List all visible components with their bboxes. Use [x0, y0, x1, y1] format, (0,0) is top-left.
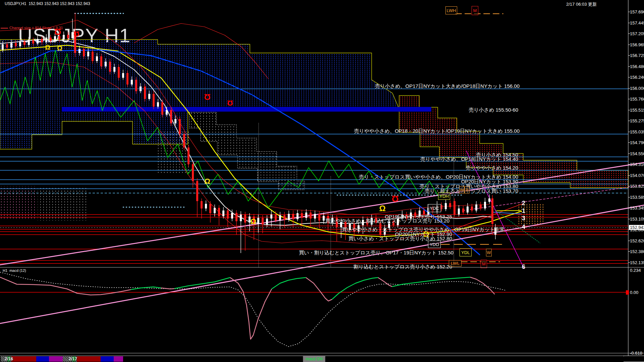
- current-price-label: 152.943: [629, 225, 644, 230]
- timeline-segment: [101, 356, 114, 362]
- timeline-segment: [36, 356, 49, 362]
- svg-text:Ω: Ω: [204, 93, 210, 102]
- price-axis-label: 152.135: [630, 260, 644, 265]
- channel-info-label: Channel size = 814 Slope = 9.31: [9, 26, 63, 30]
- price-axis-label: 156.480: [630, 64, 644, 69]
- price-axis-tick: [628, 99, 630, 99]
- timeline-segment: [11, 356, 36, 362]
- price-axis-tick: [628, 186, 630, 186]
- price-axis-label: 153.345: [630, 205, 644, 210]
- last-update-time: 2/17 06:03 更新: [566, 1, 597, 7]
- macd-zero-axis-marker: [626, 290, 629, 295]
- marker-box-lwl[interactable]: LWL: [449, 260, 462, 266]
- price-annotation: 売りやや小さめ、OP18日NYカット 154.40: [420, 156, 518, 163]
- marker-box-ydh[interactable]: YDH: [438, 192, 450, 200]
- svg-text:Ω: Ω: [57, 45, 62, 52]
- price-axis-tick: [628, 110, 630, 110]
- price-axis-label: 155.515: [630, 108, 644, 113]
- symbol-ohlc-readout: USDJPY,H1 152.943 152.943 152.943 152.94…: [5, 1, 90, 6]
- marker-box-m[interactable]: M: [472, 6, 478, 15]
- price-axis-label: 153.825: [630, 184, 644, 189]
- price-annotation: 売り小さめ 155.50-60: [469, 107, 518, 113]
- price-axis-label: 157.445: [630, 20, 644, 25]
- price-axis-tick: [628, 132, 630, 132]
- price-axis-tick: [628, 23, 630, 23]
- macd-axis-label: 0.00: [630, 290, 638, 295]
- price-axis-label: 155.035: [630, 129, 644, 134]
- price-axis-tick: [628, 241, 630, 241]
- chart-canvas[interactable]: ΩΩΩΩΩΩΩΩΩΩΩ: [0, 0, 644, 362]
- price-axis-label: 152.620: [630, 238, 644, 243]
- timeline-segment: [49, 356, 63, 362]
- price-axis-tick: [628, 219, 630, 219]
- macd-axis-label: 0.234: [630, 268, 641, 273]
- bottom-divider-1: [0, 353, 644, 353]
- macd-plot: [0, 272, 628, 347]
- marker-box-ydl[interactable]: YDL: [460, 248, 472, 256]
- price-axis-tick: [628, 208, 630, 208]
- price-axis-label: 154.550: [630, 151, 644, 156]
- price-annotation: 売り小さめ、OP17日NYカット大きめ/OP18日NYカット 156.00: [375, 83, 520, 89]
- marker-box-b[interactable]: B: [465, 186, 470, 193]
- price-axis-tick: [628, 164, 630, 165]
- channel-line-number: 4: [522, 224, 525, 231]
- price-axis-tick: [628, 262, 630, 263]
- price-axis-label: 156.725: [630, 53, 644, 58]
- macd-indicator-label: H1 macd (12): [3, 268, 26, 273]
- price-axis-tick: [628, 197, 630, 197]
- channel-line-number: 2: [522, 200, 525, 207]
- channel-line-number: 1: [522, 207, 525, 215]
- price-axis-label: 152.380: [630, 249, 644, 254]
- svg-text:Ω: Ω: [250, 217, 256, 226]
- price-axis-tick: [628, 34, 630, 34]
- marker-box-ydo[interactable]: YDO: [428, 241, 441, 248]
- timeline-segment: [114, 356, 123, 362]
- price-axis-tick: [628, 88, 630, 88]
- price-axis-label: 156.240: [630, 75, 644, 80]
- price-axis-label: 156.965: [630, 42, 644, 47]
- price-axis-tick: [628, 12, 630, 12]
- svg-text:Ω: Ω: [392, 194, 399, 204]
- macd-toggle-button[interactable]: macd ON: [303, 356, 325, 362]
- price-axis-label: 157.690: [630, 9, 644, 14]
- svg-text:Ω: Ω: [204, 177, 210, 185]
- price-axis-tick: [628, 77, 630, 77]
- price-annotation: 買い・割り込むとストップロス売り、OP17・19日NYカット 152.50: [299, 250, 453, 256]
- price-axis-tick: [628, 251, 630, 252]
- price-axis-label: 154.310: [630, 162, 644, 167]
- marker-box-lwh[interactable]: LWH: [445, 6, 457, 14]
- price-axis-tick: [628, 142, 630, 143]
- price-axis-tick: [628, 121, 630, 121]
- svg-text:Ω: Ω: [379, 204, 385, 213]
- marker-box-w[interactable]: W: [459, 186, 465, 193]
- chart-window: USDJPY H1 ΩΩΩΩΩΩΩΩΩΩΩ USDJPY,H1: [0, 0, 644, 362]
- channel-line-number: 3: [522, 215, 525, 222]
- price-axis-label: 155.760: [630, 97, 644, 102]
- price-axis-label: 154.070: [630, 173, 644, 178]
- timeline-date-label: 2/17: [69, 356, 77, 361]
- svg-text:Ω: Ω: [73, 30, 79, 38]
- price-axis-tick: [628, 154, 630, 154]
- svg-text:Ω: Ω: [45, 44, 50, 51]
- price-axis-tick: [628, 66, 630, 67]
- timeline-date-label: 2/16: [5, 356, 13, 361]
- price-axis-tick: [628, 175, 630, 176]
- price-annotation: 売りやや小さめ 154.20: [466, 165, 518, 171]
- price-axis-tick: [628, 55, 630, 56]
- timeline-segment: [77, 356, 101, 362]
- price-axis-label: 154.790: [630, 140, 644, 145]
- macd-pane-divider: [0, 267, 644, 267]
- price-axis-label: 153.585: [630, 195, 644, 200]
- price-axis-label: 155.275: [630, 118, 644, 123]
- marker-box-ydc[interactable]: YDC: [428, 204, 441, 212]
- price-axis-label: 157.205: [630, 31, 644, 36]
- price-annotation: 買いやや小さめ・割り込むとストップロス売り 153.20: [325, 218, 449, 224]
- price-axis-label: 156.000: [630, 86, 644, 91]
- price-axis-label: 153.105: [630, 217, 644, 222]
- marker-box-w[interactable]: W: [486, 249, 492, 256]
- price-annotation: 売りやや小さめ、OP18・20日NYカット/OP19日NYカット大きめ 155.…: [354, 128, 520, 134]
- svg-text:Ω: Ω: [227, 99, 233, 107]
- price-axis-tick: [628, 45, 630, 45]
